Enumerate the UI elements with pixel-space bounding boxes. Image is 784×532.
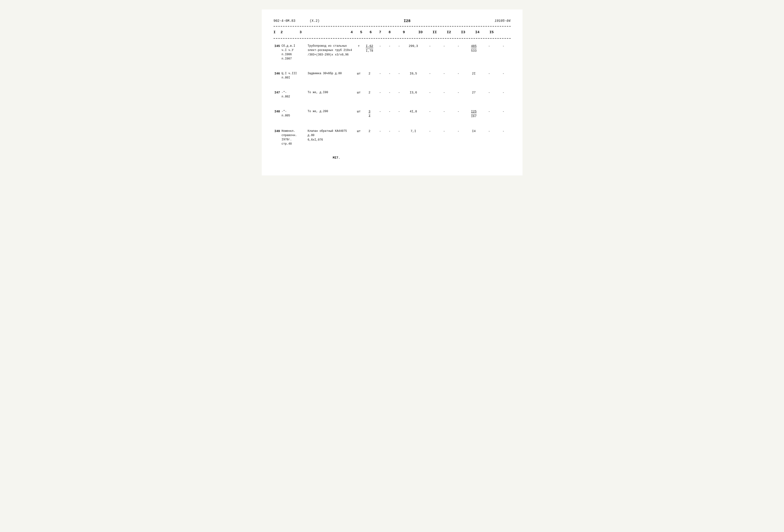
row-col13: 27 — [466, 90, 482, 95]
table-body: I45 Сб.д.в.I ч.I ч.У п.I006 п.I007 Трубо… — [274, 44, 511, 149]
col-header-9: 9 — [394, 30, 414, 34]
row-col8: - — [394, 129, 404, 134]
row-col7: - — [385, 129, 394, 134]
row-description: Трубопровод из стальных элект-росварных … — [307, 44, 354, 57]
column-headers: I 2 3 4 5 6 7 8 9 IO II I2 I3 I4 I5 — [274, 28, 511, 36]
table-row: I47 -"- п.802 То же, д.I00 шт 2 - - - I3… — [274, 90, 511, 102]
row-col13: 2I — [466, 71, 482, 77]
header-divider — [274, 38, 511, 39]
row-col12: - — [451, 109, 466, 114]
row-col9: 299,3 — [404, 44, 423, 49]
row-description: Клапан обратный КА44075 д.80 6,6хI,076 — [307, 129, 354, 142]
row-col14: - — [482, 44, 497, 49]
row-ref: -"- п.802 — [281, 90, 307, 99]
col-header-15: I5 — [484, 30, 499, 34]
row-col7: - — [385, 109, 394, 114]
center-reference: (X.2) — [310, 19, 319, 23]
col-header-10: IO — [414, 30, 428, 34]
row-col9: I0,5 — [404, 71, 423, 77]
row-col6: - — [375, 129, 385, 134]
row-col13: 485 533 — [466, 44, 482, 54]
col-header-3: 3 — [300, 30, 347, 34]
row-col13: I25 I67 — [466, 109, 482, 119]
row-id: I47 — [274, 90, 281, 95]
row-id: I45 — [274, 44, 281, 49]
row-id: I46 — [274, 71, 281, 77]
col-header-2: 2 — [281, 30, 300, 34]
table-row: I45 Сб.д.в.I ч.I ч.У п.I006 п.I007 Трубо… — [274, 44, 511, 64]
row-unit: т — [354, 44, 364, 49]
row-col11: - — [437, 129, 451, 134]
col-header-8: 8 — [385, 30, 394, 34]
row-col6: - — [375, 90, 385, 95]
row-ref: Ц.I ч.III п.80I — [281, 71, 307, 80]
row-description: То же, д.I00 — [307, 90, 354, 95]
table-row: I48 -"- п.805 То же, д.200 шт 3 4 - - - … — [274, 109, 511, 121]
row-col7: - — [385, 44, 394, 49]
row-col10: - — [423, 44, 437, 49]
row-col9: 4I,8 — [404, 109, 423, 114]
row-col14: - — [482, 129, 497, 134]
row-col8: - — [394, 44, 404, 49]
row-col15: - — [497, 44, 511, 49]
row-col5: I,62 I,78 — [364, 44, 375, 54]
row-col15: - — [497, 109, 511, 114]
row-col15: - — [497, 129, 511, 134]
row-col12: - — [451, 71, 466, 77]
row-col6: - — [375, 44, 385, 49]
row-col6: - — [375, 71, 385, 77]
row-col9: 7,I — [404, 129, 423, 134]
row-unit: шт — [354, 90, 364, 95]
row-col5: 2 — [364, 129, 375, 134]
table-row: I49 Номенкл. справочн. I978г. стр.48 Кла… — [274, 129, 511, 149]
row-col8: - — [394, 71, 404, 77]
col-header-11: II — [428, 30, 442, 34]
row-id: I49 — [274, 129, 281, 134]
col-header-6: 6 — [366, 30, 375, 34]
row-col12: - — [451, 129, 466, 134]
row-col10: - — [423, 71, 437, 77]
row-col14: - — [482, 71, 497, 77]
col-header-5: 5 — [357, 30, 366, 34]
table-row: I46 Ц.I ч.III п.80I Задвижка 30ч6бр д.80… — [274, 71, 511, 83]
row-id: I48 — [274, 109, 281, 114]
top-divider — [274, 26, 511, 27]
right-reference: 19105-04 — [495, 19, 510, 23]
row-ref: Сб.д.в.I ч.I ч.У п.I006 п.I007 — [281, 44, 307, 61]
row-col6: - — [375, 109, 385, 114]
row-col5: 3 4 — [364, 109, 375, 119]
row-col11: - — [437, 90, 451, 95]
col-header-7: 7 — [375, 30, 385, 34]
row-col14: - — [482, 109, 497, 114]
row-col11: - — [437, 71, 451, 77]
row-col9: I3,6 — [404, 90, 423, 95]
row-col10: - — [423, 129, 437, 134]
row-ref: -"- п.805 — [281, 109, 307, 118]
row-col5: 2 — [364, 90, 375, 95]
row-col7: - — [385, 90, 394, 95]
row-col10: - — [423, 109, 437, 114]
row-col13: I4 — [466, 129, 482, 134]
page: 902-4-6М.83 (X.2) I28 19105-04 I 2 3 4 5… — [262, 9, 523, 175]
bottom-note: МI7. — [333, 156, 511, 160]
col-header-13: I3 — [456, 30, 470, 34]
row-unit: шт — [354, 109, 364, 114]
col-header-4: 4 — [347, 30, 357, 34]
col-header-14: I4 — [470, 30, 484, 34]
row-description: Задвижка 30ч6бр д.80 — [307, 71, 354, 76]
row-col11: - — [437, 44, 451, 49]
left-reference: 902-4-6М.83 — [274, 19, 296, 23]
row-col10: - — [423, 90, 437, 95]
row-col11: - — [437, 109, 451, 114]
row-col14: - — [482, 90, 497, 95]
row-col8: - — [394, 90, 404, 95]
col-header-12: I2 — [442, 30, 456, 34]
page-number: I28 — [319, 19, 495, 23]
row-unit: шт — [354, 71, 364, 77]
row-col12: - — [451, 44, 466, 49]
row-col15: - — [497, 90, 511, 95]
row-col15: - — [497, 71, 511, 77]
row-col5: 2 — [364, 71, 375, 77]
row-col12: - — [451, 90, 466, 95]
row-unit: шт — [354, 129, 364, 134]
